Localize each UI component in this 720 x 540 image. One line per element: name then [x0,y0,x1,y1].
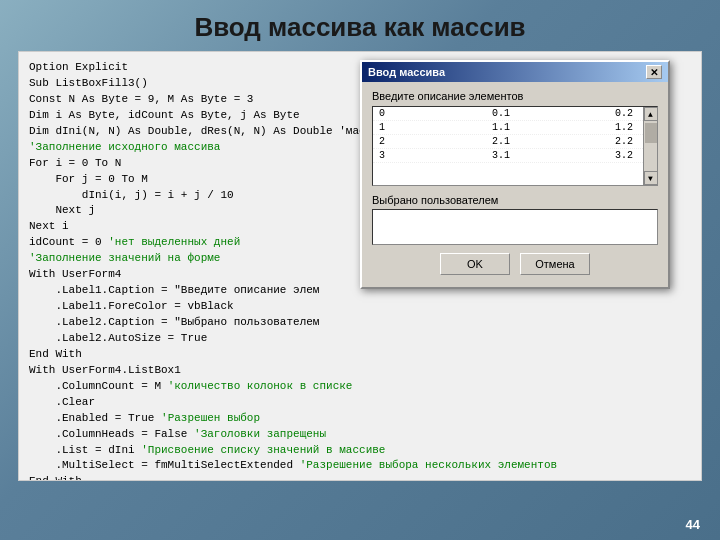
slide-number: 44 [686,517,700,532]
dialog-label1: Введите описание элементов [372,90,658,102]
code-line: End With [29,347,691,363]
code-line: .ColumnCount = M 'количество колонок в с… [29,379,691,395]
dialog-close-button[interactable]: ✕ [646,65,662,79]
dialog-window: Ввод массива ✕ Введите описание элементо… [360,60,670,289]
slide-container: Ввод массива как массив Option ExplicitS… [0,0,720,540]
code-line: End With [29,474,691,481]
dialog-listbox[interactable]: 00.10.211.11.222.12.233.13.2 ▲ ▼ [372,106,658,186]
scroll-thumb[interactable] [645,123,657,143]
listbox-row[interactable]: 00.10.2 [373,107,643,121]
listbox-row[interactable]: 22.12.2 [373,135,643,149]
listbox-row[interactable]: 33.13.2 [373,149,643,163]
dialog-selected-box[interactable] [372,209,658,245]
listbox-row[interactable]: 11.11.2 [373,121,643,135]
code-line: .Enabled = True 'Разрешен выбор [29,411,691,427]
listbox-scrollbar[interactable]: ▲ ▼ [643,107,657,185]
listbox-rows: 00.10.211.11.222.12.233.13.2 [373,107,643,185]
cancel-button[interactable]: Отмена [520,253,590,275]
scroll-up-arrow[interactable]: ▲ [644,107,658,121]
scroll-down-arrow[interactable]: ▼ [644,171,658,185]
dialog-label2: Выбрано пользователем [372,194,658,206]
slide-title: Ввод массива как массив [0,0,720,51]
dialog-body: Введите описание элементов 00.10.211.11.… [362,82,668,287]
code-line: .Label2.Caption = "Выбрано пользователем [29,315,691,331]
code-line: .List = dIni 'Присвоение списку значений… [29,443,691,459]
ok-button[interactable]: OK [440,253,510,275]
code-line: With UserForm4.ListBox1 [29,363,691,379]
dialog-titlebar: Ввод массива ✕ [362,62,668,82]
code-line: .Clear [29,395,691,411]
dialog-title: Ввод массива [368,66,445,78]
code-line: .ColumnHeads = False 'Заголовки запрещен… [29,427,691,443]
dialog-buttons: OK Отмена [372,253,658,279]
code-line: .MultiSelect = fmMultiSelectExtended 'Ра… [29,458,691,474]
code-line: .Label1.ForeColor = vbBlack [29,299,691,315]
code-line: .Label2.AutoSize = True [29,331,691,347]
